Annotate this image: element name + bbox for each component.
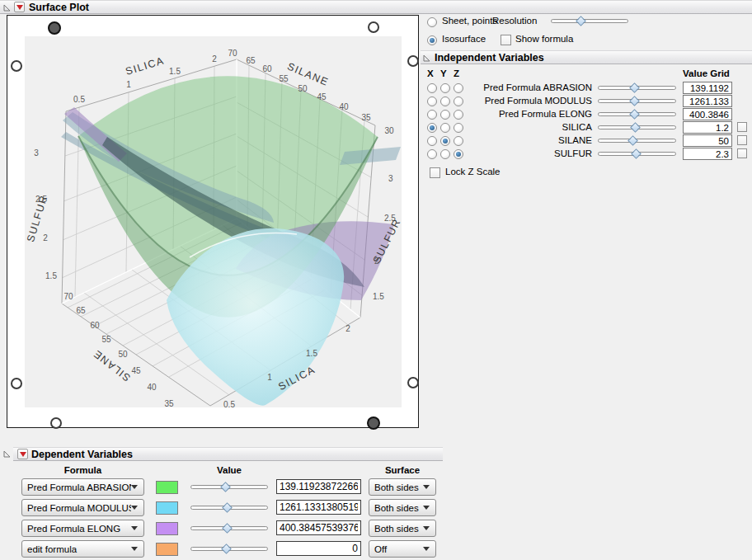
iv-silica-slider[interactable] <box>598 123 676 132</box>
dropdown-label: Pred Formula ABRASION <box>22 482 131 492</box>
slider-thumb[interactable] <box>630 122 641 133</box>
iv-silane-y-radio[interactable] <box>440 136 450 146</box>
dv-modulus-slider[interactable] <box>190 503 268 512</box>
dv-surface-dropdown-edit[interactable]: Off <box>369 540 436 558</box>
rotate-handle-top-right[interactable] <box>368 21 379 33</box>
iv-abrasion-value-input[interactable] <box>683 82 732 94</box>
tick-label: 55 <box>101 335 111 344</box>
iv-silica-x-radio[interactable] <box>427 123 437 133</box>
rotate-handle-left-upper[interactable] <box>11 60 22 72</box>
iv-silane-grid-checkbox[interactable] <box>737 135 747 145</box>
iv-silane-x-radio[interactable] <box>427 136 437 146</box>
iv-modulus-y-radio[interactable] <box>440 96 450 106</box>
tick-label: 2 <box>43 233 48 242</box>
surface-plot-menu-button[interactable] <box>14 2 25 12</box>
resolution-label: Resolution <box>492 16 537 26</box>
dv-color-swatch-edit[interactable] <box>156 543 178 556</box>
dv-modulus-value-input[interactable] <box>276 500 361 515</box>
slider-thumb[interactable] <box>221 544 232 554</box>
tick-label: 3 <box>34 148 39 158</box>
dv-surface-dropdown-abrasion[interactable]: Both sides <box>369 478 436 496</box>
tick-label: 60 <box>262 64 272 73</box>
iv-sulfur-grid-checkbox[interactable] <box>737 148 747 158</box>
chevron-down-icon <box>423 485 430 489</box>
iv-sulfur-value-input[interactable] <box>683 148 732 160</box>
tick-label: 65 <box>246 56 256 65</box>
iv-modulus-value-input[interactable] <box>683 95 732 107</box>
column-header-y: Y <box>440 68 447 78</box>
iv-elong-slider[interactable] <box>598 110 676 119</box>
column-header-value: Value <box>190 465 268 475</box>
iv-sulfur-x-radio[interactable] <box>427 149 437 159</box>
iv-sulfur-slider[interactable] <box>598 149 676 158</box>
slider-thumb[interactable] <box>629 109 640 120</box>
rotate-handle-bottom-right-active[interactable] <box>367 416 380 430</box>
dv-elong-slider[interactable] <box>190 524 268 533</box>
dv-surface-dropdown-elong[interactable]: Both sides <box>369 520 436 537</box>
disclosure-triangle-icon[interactable] <box>3 450 11 458</box>
iv-elong-value-input[interactable] <box>683 108 732 120</box>
slider-thumb[interactable] <box>629 96 640 106</box>
dv-color-swatch-elong[interactable] <box>156 522 178 535</box>
slider-thumb[interactable] <box>629 82 640 93</box>
iv-elong-y-radio[interactable] <box>440 110 450 120</box>
sheet-points-label: Sheet, points <box>442 16 497 26</box>
resolution-slider-track[interactable] <box>551 19 628 23</box>
dv-formula-dropdown-edit[interactable]: edit formula <box>21 540 144 558</box>
rotate-handle-bottom-left[interactable] <box>50 417 62 429</box>
iv-silica-grid-checkbox[interactable] <box>737 122 747 132</box>
page-title: Surface Plot <box>29 2 89 13</box>
slider-thumb[interactable] <box>627 135 638 146</box>
rotate-handle-left-lower[interactable] <box>11 378 22 389</box>
sheet-points-radio[interactable] <box>427 17 437 27</box>
dv-formula-dropdown-abrasion[interactable]: Pred Formula ABRASION <box>21 478 144 496</box>
dv-surface-dropdown-modulus[interactable]: Both sides <box>369 499 436 516</box>
chevron-down-icon <box>131 547 138 551</box>
tick-label: 45 <box>131 366 141 375</box>
dv-formula-dropdown-elong[interactable]: Pred Formula ELONG <box>21 520 144 537</box>
dv-color-swatch-abrasion[interactable] <box>156 481 178 494</box>
rotate-handle-top-left-active[interactable] <box>48 21 61 35</box>
column-header-surface: Surface <box>369 465 436 475</box>
tick-label: 1.5 <box>306 349 317 358</box>
rotate-handle-right-upper[interactable] <box>407 55 419 67</box>
dv-color-swatch-modulus[interactable] <box>156 501 178 515</box>
iv-abrasion-slider[interactable] <box>598 83 676 92</box>
column-header-x: X <box>427 68 434 78</box>
iv-abrasion-x-radio[interactable] <box>427 83 437 93</box>
iv-abrasion-y-radio[interactable] <box>440 83 450 93</box>
slider-thumb[interactable] <box>222 523 233 534</box>
slider-thumb[interactable] <box>222 502 233 513</box>
iv-modulus-x-radio[interactable] <box>427 96 437 106</box>
slider-thumb[interactable] <box>631 148 642 159</box>
dropdown-label: Pred Formula ELONG <box>22 524 131 534</box>
dependent-variables-menu-button[interactable] <box>17 449 28 459</box>
iv-sulfur-y-radio[interactable] <box>440 149 450 159</box>
resolution-slider[interactable] <box>551 16 628 26</box>
rotate-handle-right-lower[interactable] <box>407 377 419 388</box>
disclosure-triangle-icon[interactable] <box>423 54 430 62</box>
iv-silane-value-input[interactable] <box>683 134 732 147</box>
resolution-slider-thumb[interactable] <box>576 16 586 26</box>
iv-silica-value-input[interactable] <box>683 121 732 134</box>
dv-edit-value-input[interactable] <box>276 541 361 556</box>
iv-silane-slider[interactable] <box>598 136 676 145</box>
disclosure-triangle-icon[interactable] <box>3 4 11 12</box>
dv-elong-value-input[interactable] <box>276 520 361 535</box>
surface-plot-header-bar: Surface Plot <box>0 0 752 14</box>
dv-abrasion-slider[interactable] <box>190 482 268 492</box>
show-formula-checkbox[interactable] <box>501 35 511 45</box>
iv-modulus-slider[interactable] <box>598 96 676 106</box>
slider-thumb[interactable] <box>220 482 231 492</box>
lock-z-scale-checkbox[interactable] <box>430 167 440 178</box>
dv-edit-slider[interactable] <box>190 544 268 553</box>
independent-variables-title: Independent Variables <box>435 52 544 64</box>
dropdown-label: Both sides <box>369 524 423 534</box>
iv-elong-x-radio[interactable] <box>427 110 437 120</box>
dv-formula-dropdown-modulus[interactable]: Pred Formula MODULUS <box>21 499 144 516</box>
plot-3d-viewport[interactable]: 0.5 1 1.5 2 70 65 60 55 50 45 40 35 30 3… <box>25 36 402 407</box>
iv-silica-y-radio[interactable] <box>440 123 450 133</box>
tick-label: 40 <box>339 102 349 111</box>
isosurface-radio[interactable] <box>427 35 437 45</box>
dv-abrasion-value-input[interactable] <box>276 479 361 494</box>
